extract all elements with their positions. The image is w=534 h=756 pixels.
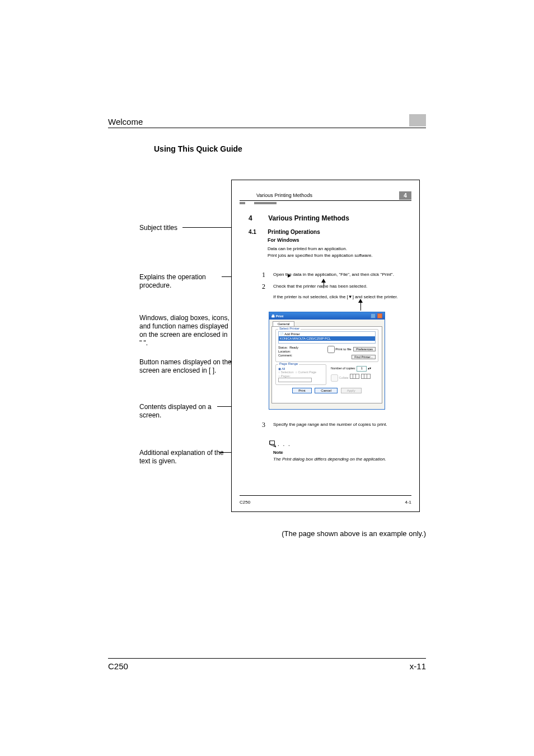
radio-all[interactable]: ◉ All xyxy=(278,367,324,370)
mini-bar xyxy=(254,202,277,204)
dialog-body: Select Printer 📄 Add Printer KONICA MINO… xyxy=(271,326,382,403)
mini-chapter-title: Various Printing Methods xyxy=(268,214,349,222)
mini-chapter-row: 4 Various Printing Methods xyxy=(249,213,411,223)
group-title: Page Range xyxy=(278,362,299,365)
printer-list[interactable]: 📄 Add Printer KONICA MINOLTA C250/C250P … xyxy=(278,331,376,344)
mini-footer-left: C250 xyxy=(240,500,250,505)
collate-icon xyxy=(351,374,359,379)
copies-input[interactable]: 1 xyxy=(357,366,367,372)
mini-section-number: 4.1 xyxy=(249,229,256,235)
close-icon[interactable] xyxy=(377,313,382,318)
cancel-button[interactable]: Cancel xyxy=(315,388,338,393)
arrow-up-icon xyxy=(321,279,326,283)
mini-footer-right: 4-1 xyxy=(405,500,411,505)
arrow-up-icon xyxy=(358,299,363,303)
mini-chapter-number: 4 xyxy=(249,214,252,222)
group-title: Select Printer xyxy=(278,327,301,330)
page-footer-rule xyxy=(108,658,426,659)
arrow-right-icon xyxy=(288,274,291,278)
print-to-file-label: Print to file xyxy=(335,348,351,351)
mini-header-number: 4 xyxy=(399,191,411,200)
note-label: Note xyxy=(273,450,283,455)
section-title: Using This Quick Guide xyxy=(154,144,242,153)
mini-subheading: For Windows xyxy=(268,237,299,243)
mini-section-row: 4.1 Printing Operations xyxy=(249,226,411,236)
step-number: 3 xyxy=(262,421,265,429)
mini-step-3: 3 Specify the page range and the number … xyxy=(262,422,387,427)
window-controls xyxy=(370,313,382,319)
printer-icon: 🖶 xyxy=(271,314,275,318)
spinner-icon[interactable]: ▴▾ xyxy=(368,367,371,370)
collate-icon xyxy=(362,374,371,379)
step-number: 2 xyxy=(262,283,265,291)
note-text: The Print dialog box differs depending o… xyxy=(273,457,386,462)
arrow-stem xyxy=(324,283,324,288)
printer-status-row: Status: Ready Location: Comment: Print t… xyxy=(278,346,376,359)
group-copies: Number of copies: 1 ▴▾ Collate xyxy=(329,364,378,385)
note-ellipsis: . . . xyxy=(278,441,291,447)
range-copies-row: Page Range ◉ All ○ Selection ○ Current P… xyxy=(275,364,378,387)
callout-button-names: Button names displayed on the screen are… xyxy=(139,358,232,375)
mini-header-rule xyxy=(240,200,411,201)
status-value: Ready xyxy=(289,346,298,349)
callout-windows-names: Windows, dialog boxes, icons, and functi… xyxy=(139,314,232,348)
print-dialog: 🖶 Print General Select Printer 📄 Add Pri… xyxy=(269,312,385,410)
dialog-title-text: 🖶 Print xyxy=(271,314,283,318)
step-text: Open the data in the application, "File"… xyxy=(273,272,411,277)
mini-footer: C250 4-1 xyxy=(240,500,411,505)
print-button[interactable]: Print xyxy=(292,388,311,393)
header-chapter-box xyxy=(409,114,426,126)
page-header: Welcome xyxy=(108,114,426,126)
location-label: Location: xyxy=(278,350,298,354)
group-select-printer: Select Printer 📄 Add Printer KONICA MINO… xyxy=(275,329,378,362)
page-footer-right: x-11 xyxy=(410,661,426,671)
status-left: Status: Ready Location: Comment: xyxy=(278,346,298,359)
callout-subject-titles: Subject titles xyxy=(139,224,232,232)
group-page-range: Page Range ◉ All ○ Selection ○ Current P… xyxy=(275,364,326,385)
callout-additional-explanation: Additional explanation of the text is gi… xyxy=(139,449,232,466)
copies-label: Number of copies: xyxy=(331,367,356,370)
header-title: Welcome xyxy=(108,117,143,126)
collate-label: Collate xyxy=(339,376,349,379)
radio-label: Selection xyxy=(281,370,294,374)
mini-paragraph: Data can be printed from an application. xyxy=(268,246,347,251)
mini-conditional-note: If the printer is not selected, click th… xyxy=(273,294,398,299)
copies-row: Number of copies: 1 ▴▾ xyxy=(331,366,376,372)
preferences-button[interactable]: Preferences xyxy=(353,347,376,351)
radio-label: All xyxy=(282,367,285,370)
find-printer-button[interactable]: Find Printer... xyxy=(352,355,376,359)
page-footer-left: C250 xyxy=(108,661,128,671)
print-to-file-checkbox[interactable] xyxy=(327,346,335,353)
example-caption: (The page shown above is an example only… xyxy=(282,529,426,538)
dialog-footer: Print Cancel Apply xyxy=(275,388,378,393)
status-right: Print to file Preferences Find Printer..… xyxy=(327,346,376,359)
note-icon xyxy=(269,440,277,448)
arrow-stem xyxy=(360,303,361,311)
status-label: Status: xyxy=(278,346,288,349)
page-footer: C250 x-11 xyxy=(108,661,426,671)
mini-footer-rule xyxy=(240,495,411,496)
header-rule xyxy=(108,128,426,128)
step-text: Check that the printer name has been sel… xyxy=(273,284,411,289)
comment-label: Comment: xyxy=(278,354,298,358)
printer-item-label: Add Printer xyxy=(284,332,300,336)
radio-selection-current: ○ Selection ○ Current Page xyxy=(278,370,324,374)
mini-paragraph: Print jobs are specified from the applic… xyxy=(268,253,373,258)
mini-step-1: 1 Open the data in the application, "Fil… xyxy=(262,272,411,277)
collate-checkbox xyxy=(331,374,338,382)
step-number: 1 xyxy=(262,271,265,279)
printer-item-selected[interactable]: KONICA MINOLTA C250/C250P PCL xyxy=(279,336,375,341)
help-icon[interactable] xyxy=(371,313,376,318)
dialog-title-label: Print xyxy=(276,314,284,318)
mini-step-2: 2 Check that the printer name has been s… xyxy=(262,284,411,289)
radio-label: Current Page xyxy=(298,370,316,374)
printer-item-add[interactable]: 📄 Add Printer xyxy=(279,332,375,336)
mini-section-title: Printing Operations xyxy=(268,229,320,235)
dialog-titlebar: 🖶 Print xyxy=(269,312,385,320)
radio-pages[interactable]: ○ Pages: xyxy=(278,374,324,382)
example-page-frame: Various Printing Methods 4 4 Various Pri… xyxy=(231,180,420,512)
tab-general[interactable]: General xyxy=(273,321,294,326)
pages-input[interactable] xyxy=(278,378,312,382)
collate-row: Collate xyxy=(331,374,376,382)
apply-button: Apply xyxy=(341,388,362,393)
